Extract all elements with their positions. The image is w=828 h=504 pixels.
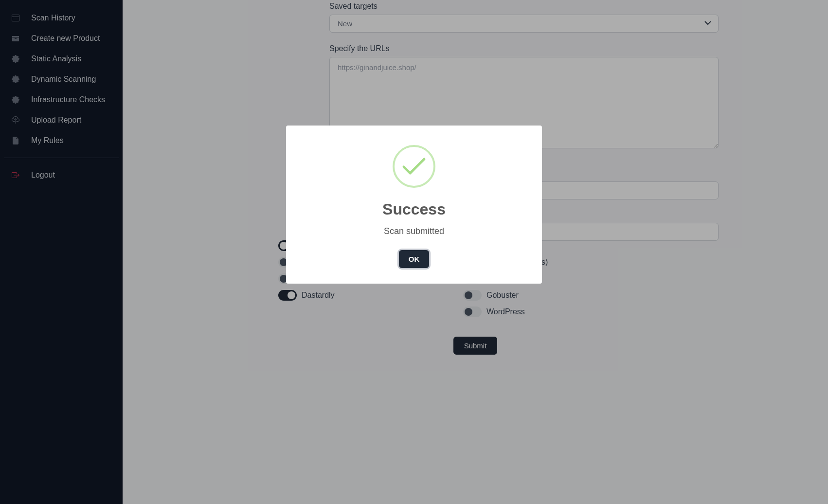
modal-title: Success [382,200,446,218]
success-check-icon [393,145,435,188]
modal-message: Scan submitted [384,226,444,236]
modal-ok-button[interactable]: OK [399,250,430,268]
modal-overlay[interactable]: Success Scan submitted OK [0,0,828,504]
success-modal: Success Scan submitted OK [286,126,542,284]
